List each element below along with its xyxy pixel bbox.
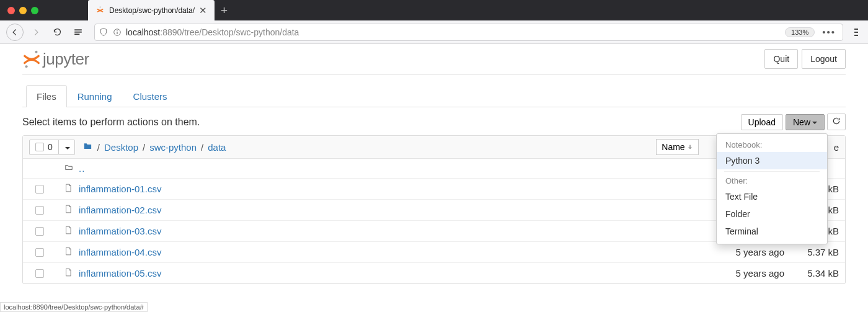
dashboard-tabs: Files Running Clusters [22, 85, 846, 107]
file-link[interactable]: inflammation-04.csv [79, 247, 161, 257]
new-button[interactable]: New [786, 114, 825, 130]
info-icon[interactable] [112, 27, 122, 37]
url-text: localhost:8890/tree/Desktop/swc-python/d… [126, 27, 299, 37]
svg-rect-2 [74, 31, 82, 32]
select-all-checkbox[interactable] [35, 143, 44, 151]
arrow-left-icon [11, 28, 19, 37]
breadcrumb-data[interactable]: data [208, 142, 226, 153]
file-icon [64, 225, 75, 237]
file-modified: 5 years ago [716, 247, 784, 257]
page-actions-icon[interactable]: ••• [819, 27, 839, 37]
tab-running[interactable]: Running [67, 85, 123, 107]
back-button[interactable] [6, 24, 24, 41]
jupyter-logo[interactable]: jupyter [22, 50, 89, 69]
file-icon [64, 183, 75, 195]
forward-button[interactable] [27, 24, 45, 41]
upload-button[interactable]: Upload [741, 114, 783, 130]
svg-rect-6 [117, 32, 117, 34]
minimize-window-button[interactable] [19, 7, 27, 14]
browser-toolbar: localhost:8890/tree/Desktop/swc-python/d… [0, 20, 868, 44]
app-menu-button[interactable] [851, 29, 862, 36]
file-size: 5.37 kB [795, 247, 839, 257]
caret-down-icon [65, 147, 70, 149]
arrow-down-icon [687, 144, 693, 150]
caret-down-icon [812, 122, 817, 124]
folder-outline-icon [64, 163, 75, 174]
size-header-fragment: e [834, 142, 839, 153]
logout-button[interactable]: Logout [802, 49, 846, 69]
tab-files[interactable]: Files [26, 85, 67, 107]
quit-button[interactable]: Quit [764, 49, 798, 69]
jupyter-logo-icon [22, 50, 41, 68]
help-text: Select items to perform actions on them. [22, 117, 200, 128]
file-link[interactable]: inflammation-03.csv [79, 226, 161, 236]
reader-button[interactable] [69, 24, 87, 41]
refresh-icon [832, 117, 841, 125]
new-menu-python3[interactable]: Python 3 [717, 152, 827, 169]
selection-count: 0 [48, 142, 53, 152]
select-all-dropdown[interactable]: 0 [29, 140, 75, 155]
svg-rect-3 [74, 33, 79, 35]
zoom-indicator[interactable]: 133% [785, 27, 815, 37]
jupyter-favicon-icon [95, 6, 105, 15]
browser-tab-bar: Desktop/swc-python/data/ ✕ + [0, 0, 868, 20]
row-checkbox[interactable] [35, 269, 44, 278]
new-menu-folder[interactable]: Folder [717, 205, 827, 223]
refresh-button[interactable] [827, 114, 846, 130]
reader-icon [73, 28, 83, 37]
new-menu-text-file[interactable]: Text File [717, 188, 827, 205]
file-modified: 5 years ago [716, 268, 784, 279]
file-row: inflammation-04.csv 5 years ago 5.37 kB [23, 242, 845, 263]
svg-rect-1 [74, 29, 82, 30]
file-row: inflammation-05.csv 5 years ago 5.34 kB [23, 263, 845, 283]
shield-icon [99, 27, 108, 37]
window-controls [5, 0, 45, 20]
new-menu-terminal[interactable]: Terminal [717, 223, 827, 240]
row-checkbox[interactable] [35, 185, 44, 194]
file-icon [64, 246, 75, 258]
file-panel: 0 / Desktop / swc-python / data Name e N… [22, 135, 846, 284]
arrow-right-icon [32, 28, 40, 37]
parent-dir-link[interactable]: .. [79, 163, 85, 174]
breadcrumb-desktop[interactable]: Desktop [104, 142, 138, 153]
new-menu-other-label: Other: [717, 174, 827, 188]
file-icon [64, 267, 75, 279]
row-checkbox[interactable] [35, 248, 44, 257]
row-checkbox[interactable] [35, 227, 44, 236]
file-size: 5.34 kB [795, 268, 839, 279]
file-link[interactable]: inflammation-01.csv [79, 184, 161, 194]
svg-point-8 [25, 65, 28, 68]
folder-icon[interactable] [82, 141, 93, 153]
browser-tab-title: Desktop/swc-python/data/ [109, 6, 195, 15]
row-checkbox[interactable] [35, 206, 44, 215]
sort-name-button[interactable]: Name [656, 139, 698, 155]
reload-icon [53, 27, 62, 37]
jupyter-header: jupyter Quit Logout [22, 44, 846, 71]
breadcrumb: / Desktop / swc-python / data [82, 141, 226, 153]
reload-button[interactable] [48, 24, 66, 41]
url-bar[interactable]: localhost:8890/tree/Desktop/swc-python/d… [94, 24, 843, 41]
tab-clusters[interactable]: Clusters [123, 85, 178, 107]
close-tab-icon[interactable]: ✕ [199, 5, 207, 16]
close-window-button[interactable] [7, 7, 15, 14]
new-menu: Notebook: Python 3 Other: Text File Fold… [716, 133, 828, 244]
svg-point-5 [117, 30, 117, 30]
file-icon [64, 204, 75, 216]
browser-tab-active[interactable]: Desktop/swc-python/data/ ✕ [88, 0, 215, 20]
jupyter-logo-text: jupyter [43, 50, 89, 69]
svg-point-0 [100, 6, 101, 7]
svg-point-7 [35, 51, 37, 53]
new-menu-notebook-label: Notebook: [717, 138, 827, 152]
maximize-window-button[interactable] [31, 7, 38, 14]
file-link[interactable]: inflammation-02.csv [79, 205, 161, 215]
breadcrumb-swc-python[interactable]: swc-python [149, 142, 197, 153]
new-tab-button[interactable]: + [215, 0, 234, 20]
file-link[interactable]: inflammation-05.csv [79, 268, 161, 279]
